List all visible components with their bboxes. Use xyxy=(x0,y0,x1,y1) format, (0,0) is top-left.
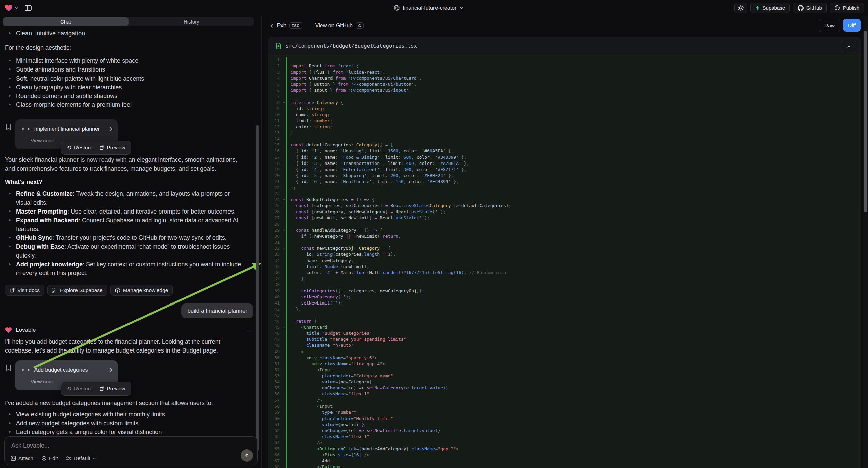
code-line: 48 className="h-auto" xyxy=(269,343,861,349)
project-title: financial-future-creator xyxy=(403,5,456,11)
more-options-icon[interactable]: ⋯ xyxy=(246,326,253,334)
code-line: 60 placeholder="Monthly limit" xyxy=(269,416,861,422)
list-item: Subtle animations and transitions xyxy=(5,65,253,74)
code-line: 57 /> xyxy=(269,397,861,403)
code-line: 61 value={newLimit} xyxy=(269,422,861,428)
project-switcher[interactable]: financial-future-creator xyxy=(393,0,463,16)
chat-panel: Chat History Clean, intuitive navigation… xyxy=(0,16,262,468)
code-line: 38 xyxy=(269,282,861,288)
restore-preview-popover: Restore Preview xyxy=(61,141,131,155)
publish-label: Publish xyxy=(843,5,859,11)
code-line: 51 <div className="flex gap-4"> xyxy=(269,361,861,367)
app-window: financial-future-creator Supabase xyxy=(0,0,868,468)
composer[interactable]: Ask Lovable... Attach Edit Default xyxy=(4,436,258,465)
quick-actions-row: Visit docs Explore Supabase Manage knowl… xyxy=(5,285,253,296)
publish-globe-icon xyxy=(834,5,840,11)
tab-chat[interactable]: Chat xyxy=(3,18,128,26)
preview-button[interactable]: Preview xyxy=(100,143,125,152)
exit-button[interactable]: Exit xyxy=(277,23,286,29)
code-line: 47 subtitle="Manage your spending limits… xyxy=(269,337,861,343)
box-icon xyxy=(115,288,120,293)
back-chevron-icon[interactable] xyxy=(271,23,274,28)
mode-label: Default xyxy=(74,455,90,461)
code-line: 27 const [newLimit, setNewLimit] = React… xyxy=(269,215,861,221)
code-panel-header: Exit ESC View on GitHub G Raw Diff xyxy=(262,16,868,35)
assistant-paragraph: Your sleek financial planner is now read… xyxy=(5,155,242,173)
globe-icon xyxy=(393,5,400,11)
manage-knowledge-button[interactable]: Manage knowledge xyxy=(111,285,173,296)
code-line: 53 placeholder="Category name" xyxy=(269,373,861,379)
tab-history[interactable]: History xyxy=(129,17,254,26)
chevron-down-icon xyxy=(459,7,463,9)
github-button[interactable]: GitHub xyxy=(793,3,827,13)
code-card-title: Implement financial planner xyxy=(34,124,106,133)
toggle-sidebar-icon[interactable] xyxy=(24,4,32,12)
raw-toggle-button[interactable]: Raw xyxy=(819,19,840,32)
preview-label: Preview xyxy=(107,384,125,393)
code-line: 55 onChange={(e) => setNewCategory(e.tar… xyxy=(269,385,861,391)
composer-input[interactable]: Ask Lovable... xyxy=(11,442,49,449)
code-line: 43 xyxy=(269,312,861,318)
preview-button[interactable]: Preview xyxy=(100,384,125,393)
collapse-file-button[interactable] xyxy=(841,39,856,53)
fold-chevron-icon[interactable]: ▾ xyxy=(283,227,285,233)
code-line: 13} xyxy=(269,130,861,136)
code-line: 3import { Plus } from 'lucide-react'; xyxy=(269,69,861,75)
code-line: 52 <Input xyxy=(269,367,861,373)
list-item: Add new budget categories with custom li… xyxy=(5,419,253,428)
code-line: 50 <div className="space-y-6"> xyxy=(269,355,861,361)
code-line: 6import { Input } from '@/components/ui/… xyxy=(269,87,861,93)
lovable-heart-icon[interactable] xyxy=(5,4,13,12)
explore-supabase-button[interactable]: Explore Supabase xyxy=(47,285,107,296)
code-line: 15▾const defaultCategories: Category[] =… xyxy=(269,142,861,148)
code-line: 58 <Input xyxy=(269,403,861,409)
chat-scroll-area[interactable]: Clean, intuitive navigation For the desi… xyxy=(0,26,261,434)
chevron-right-icon xyxy=(110,368,113,372)
chat-scrollbar[interactable] xyxy=(256,125,259,450)
supabase-button[interactable]: Supabase xyxy=(750,3,790,13)
diff-toggle-button[interactable]: Diff xyxy=(843,19,861,32)
visit-docs-button[interactable]: Visit docs xyxy=(5,285,44,296)
code-line: 32▾ const newCategoryObj: Category = { xyxy=(269,245,861,252)
view-on-github-link[interactable]: View on GitHub G xyxy=(315,23,364,29)
mode-selector[interactable]: Default xyxy=(66,455,96,461)
bookmark-icon[interactable] xyxy=(6,364,11,371)
fold-chevron-icon[interactable]: ▾ xyxy=(283,100,285,106)
chevron-down-icon[interactable] xyxy=(15,7,19,9)
gear-icon xyxy=(738,5,744,11)
code-line: 26 const [newCategory, setNewCategory] =… xyxy=(269,209,861,215)
whats-next-heading: What's next? xyxy=(5,178,253,186)
list-item: Refine & Customize: Tweak the design, an… xyxy=(5,189,244,207)
edit-button[interactable]: Edit xyxy=(41,455,58,461)
code-line: 37 }; xyxy=(269,275,861,282)
code-line: 56 className="flex-1" xyxy=(269,391,861,397)
fold-chevron-icon[interactable]: ▾ xyxy=(283,197,285,203)
g-key-badge: G xyxy=(356,23,364,29)
code-line: 68 </Button> xyxy=(269,464,861,468)
code-line: 17 { id: '2', name: 'Food & Dining', lim… xyxy=(269,154,861,160)
code-glyph-icon: < > xyxy=(22,365,30,374)
attach-button[interactable]: Attach xyxy=(11,455,33,461)
view-on-github-label: View on GitHub xyxy=(315,23,353,29)
fold-chevron-icon[interactable]: ▾ xyxy=(283,245,285,252)
code-line: 30 if (!newCategory || !newLimit) return… xyxy=(269,233,861,239)
restore-button[interactable]: Restore xyxy=(67,143,92,152)
code-line: 28 xyxy=(269,221,861,227)
code-line: 31 xyxy=(269,239,861,245)
restore-button[interactable]: Restore xyxy=(67,384,92,393)
sliders-icon xyxy=(66,456,71,461)
file-path: src/components/budget/BudgetCategories.t… xyxy=(285,43,417,49)
code-line: 23 xyxy=(269,191,861,197)
fold-chevron-icon[interactable]: ▾ xyxy=(283,142,285,148)
window-scrollbar[interactable] xyxy=(864,31,867,212)
file-card: src/components/budget/BudgetCategories.t… xyxy=(268,37,861,468)
code-line: 67 Add xyxy=(269,458,861,464)
settings-button[interactable] xyxy=(735,3,747,13)
publish-button[interactable]: Publish xyxy=(830,3,864,13)
file-added-icon xyxy=(276,42,281,49)
send-button[interactable] xyxy=(241,449,253,462)
list-item: Minimalist interface with plenty of whit… xyxy=(5,56,253,65)
fold-chevron-icon[interactable]: ▾ xyxy=(283,324,285,330)
bookmark-icon[interactable] xyxy=(6,123,11,130)
code-line: 12 color: string; xyxy=(269,124,861,130)
